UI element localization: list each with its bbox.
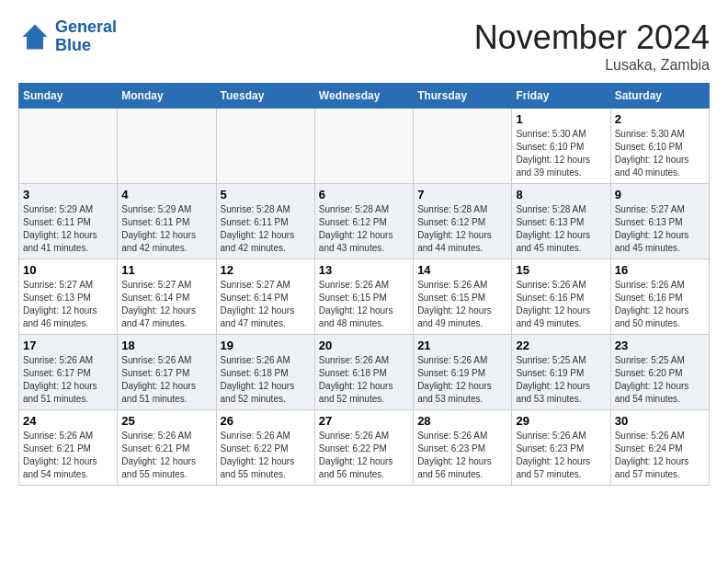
day-number: 15 — [516, 263, 606, 277]
day-number: 3 — [23, 188, 113, 201]
day-number: 2 — [615, 112, 705, 126]
calendar-cell — [19, 109, 118, 184]
calendar-cell: 1Sunrise: 5:30 AM Sunset: 6:10 PM Daylig… — [512, 109, 610, 184]
calendar-cell: 3Sunrise: 5:29 AM Sunset: 6:11 PM Daylig… — [19, 184, 118, 259]
weekday-header-saturday: Saturday — [610, 84, 709, 109]
day-info: Sunrise: 5:29 AM Sunset: 6:11 PM Dayligh… — [121, 203, 211, 255]
day-number: 4 — [121, 188, 211, 201]
month-title: November 2024 — [474, 18, 710, 57]
calendar-week-3: 10Sunrise: 5:27 AM Sunset: 6:13 PM Dayli… — [19, 259, 710, 335]
day-info: Sunrise: 5:26 AM Sunset: 6:15 PM Dayligh… — [319, 279, 409, 330]
day-number: 8 — [516, 188, 606, 201]
calendar-cell: 7Sunrise: 5:28 AM Sunset: 6:12 PM Daylig… — [414, 184, 512, 259]
calendar-cell: 22Sunrise: 5:25 AM Sunset: 6:19 PM Dayli… — [512, 335, 610, 410]
calendar-cell: 13Sunrise: 5:26 AM Sunset: 6:15 PM Dayli… — [314, 259, 413, 335]
day-info: Sunrise: 5:26 AM Sunset: 6:21 PM Dayligh… — [23, 430, 113, 481]
location: Lusaka, Zambia — [474, 57, 710, 74]
day-info: Sunrise: 5:26 AM Sunset: 6:23 PM Dayligh… — [516, 430, 606, 481]
calendar-cell: 23Sunrise: 5:25 AM Sunset: 6:20 PM Dayli… — [610, 335, 709, 410]
calendar-cell: 29Sunrise: 5:26 AM Sunset: 6:23 PM Dayli… — [512, 410, 610, 486]
calendar-cell: 14Sunrise: 5:26 AM Sunset: 6:15 PM Dayli… — [414, 259, 512, 335]
day-info: Sunrise: 5:28 AM Sunset: 6:11 PM Dayligh… — [221, 203, 311, 255]
day-number: 28 — [417, 414, 507, 428]
calendar-week-4: 17Sunrise: 5:26 AM Sunset: 6:17 PM Dayli… — [19, 335, 710, 410]
calendar-cell: 5Sunrise: 5:28 AM Sunset: 6:11 PM Daylig… — [216, 184, 314, 259]
weekday-header-friday: Friday — [512, 84, 610, 109]
calendar-cell: 27Sunrise: 5:26 AM Sunset: 6:22 PM Dayli… — [314, 410, 413, 486]
day-number: 24 — [23, 414, 113, 428]
svg-marker-0 — [23, 24, 48, 49]
day-info: Sunrise: 5:27 AM Sunset: 6:13 PM Dayligh… — [615, 203, 705, 255]
day-number: 30 — [615, 414, 705, 428]
page-header: General Blue November 2024 Lusaka, Zambi… — [18, 18, 710, 74]
day-info: Sunrise: 5:26 AM Sunset: 6:22 PM Dayligh… — [221, 430, 311, 481]
day-info: Sunrise: 5:26 AM Sunset: 6:18 PM Dayligh… — [221, 354, 311, 406]
calendar-week-5: 24Sunrise: 5:26 AM Sunset: 6:21 PM Dayli… — [19, 410, 710, 486]
calendar-cell: 24Sunrise: 5:26 AM Sunset: 6:21 PM Dayli… — [19, 410, 118, 486]
day-info: Sunrise: 5:28 AM Sunset: 6:13 PM Dayligh… — [516, 203, 606, 255]
day-info: Sunrise: 5:26 AM Sunset: 6:24 PM Dayligh… — [615, 430, 705, 481]
weekday-header-wednesday: Wednesday — [314, 84, 413, 109]
weekday-header-thursday: Thursday — [414, 84, 512, 109]
day-number: 18 — [121, 339, 211, 352]
day-info: Sunrise: 5:27 AM Sunset: 6:14 PM Dayligh… — [221, 279, 311, 330]
calendar-week-1: 1Sunrise: 5:30 AM Sunset: 6:10 PM Daylig… — [19, 109, 710, 184]
calendar-cell: 16Sunrise: 5:26 AM Sunset: 6:16 PM Dayli… — [610, 259, 709, 335]
day-number: 22 — [516, 339, 606, 352]
day-info: Sunrise: 5:26 AM Sunset: 6:19 PM Dayligh… — [417, 354, 507, 406]
calendar-cell: 21Sunrise: 5:26 AM Sunset: 6:19 PM Dayli… — [414, 335, 512, 410]
calendar-cell: 15Sunrise: 5:26 AM Sunset: 6:16 PM Dayli… — [512, 259, 610, 335]
day-number: 14 — [417, 263, 507, 277]
weekday-header-tuesday: Tuesday — [216, 84, 314, 109]
calendar-cell: 28Sunrise: 5:26 AM Sunset: 6:23 PM Dayli… — [414, 410, 512, 486]
title-area: November 2024 Lusaka, Zambia — [474, 18, 710, 74]
day-info: Sunrise: 5:29 AM Sunset: 6:11 PM Dayligh… — [23, 203, 113, 255]
calendar-cell: 18Sunrise: 5:26 AM Sunset: 6:17 PM Dayli… — [118, 335, 216, 410]
day-info: Sunrise: 5:27 AM Sunset: 6:13 PM Dayligh… — [23, 279, 113, 330]
weekday-header-sunday: Sunday — [19, 84, 118, 109]
day-number: 20 — [319, 339, 409, 352]
day-number: 16 — [615, 263, 705, 277]
weekday-header-row: SundayMondayTuesdayWednesdayThursdayFrid… — [19, 84, 710, 109]
day-info: Sunrise: 5:26 AM Sunset: 6:16 PM Dayligh… — [615, 279, 705, 330]
calendar-cell: 26Sunrise: 5:26 AM Sunset: 6:22 PM Dayli… — [216, 410, 314, 486]
day-number: 17 — [23, 339, 113, 352]
day-number: 21 — [417, 339, 507, 352]
day-info: Sunrise: 5:27 AM Sunset: 6:14 PM Dayligh… — [121, 279, 211, 330]
calendar-cell — [314, 109, 413, 184]
day-number: 10 — [23, 263, 113, 277]
calendar-cell — [118, 109, 216, 184]
logo-icon — [18, 20, 51, 53]
calendar-cell — [216, 109, 314, 184]
day-info: Sunrise: 5:30 AM Sunset: 6:10 PM Dayligh… — [516, 128, 606, 179]
day-info: Sunrise: 5:26 AM Sunset: 6:17 PM Dayligh… — [121, 354, 211, 406]
calendar-cell: 8Sunrise: 5:28 AM Sunset: 6:13 PM Daylig… — [512, 184, 610, 259]
day-number: 23 — [615, 339, 705, 352]
calendar-cell: 12Sunrise: 5:27 AM Sunset: 6:14 PM Dayli… — [216, 259, 314, 335]
day-number: 26 — [221, 414, 311, 428]
calendar-cell: 6Sunrise: 5:28 AM Sunset: 6:12 PM Daylig… — [314, 184, 413, 259]
weekday-header-monday: Monday — [118, 84, 216, 109]
day-info: Sunrise: 5:28 AM Sunset: 6:12 PM Dayligh… — [319, 203, 409, 255]
day-number: 1 — [516, 112, 606, 126]
day-info: Sunrise: 5:26 AM Sunset: 6:18 PM Dayligh… — [319, 354, 409, 406]
day-number: 9 — [615, 188, 705, 201]
day-info: Sunrise: 5:28 AM Sunset: 6:12 PM Dayligh… — [417, 203, 507, 255]
day-number: 5 — [221, 188, 311, 201]
calendar-week-2: 3Sunrise: 5:29 AM Sunset: 6:11 PM Daylig… — [19, 184, 710, 259]
calendar-cell: 4Sunrise: 5:29 AM Sunset: 6:11 PM Daylig… — [118, 184, 216, 259]
day-info: Sunrise: 5:26 AM Sunset: 6:22 PM Dayligh… — [319, 430, 409, 481]
day-info: Sunrise: 5:26 AM Sunset: 6:23 PM Dayligh… — [417, 430, 507, 481]
day-number: 13 — [319, 263, 409, 277]
day-number: 6 — [319, 188, 409, 201]
calendar-cell: 19Sunrise: 5:26 AM Sunset: 6:18 PM Dayli… — [216, 335, 314, 410]
logo-text: General Blue — [55, 18, 117, 55]
day-number: 25 — [121, 414, 211, 428]
day-number: 27 — [319, 414, 409, 428]
calendar-cell: 20Sunrise: 5:26 AM Sunset: 6:18 PM Dayli… — [314, 335, 413, 410]
calendar-cell: 11Sunrise: 5:27 AM Sunset: 6:14 PM Dayli… — [118, 259, 216, 335]
day-info: Sunrise: 5:26 AM Sunset: 6:21 PM Dayligh… — [121, 430, 211, 481]
calendar-cell: 25Sunrise: 5:26 AM Sunset: 6:21 PM Dayli… — [118, 410, 216, 486]
day-number: 7 — [417, 188, 507, 201]
day-info: Sunrise: 5:26 AM Sunset: 6:17 PM Dayligh… — [23, 354, 113, 406]
